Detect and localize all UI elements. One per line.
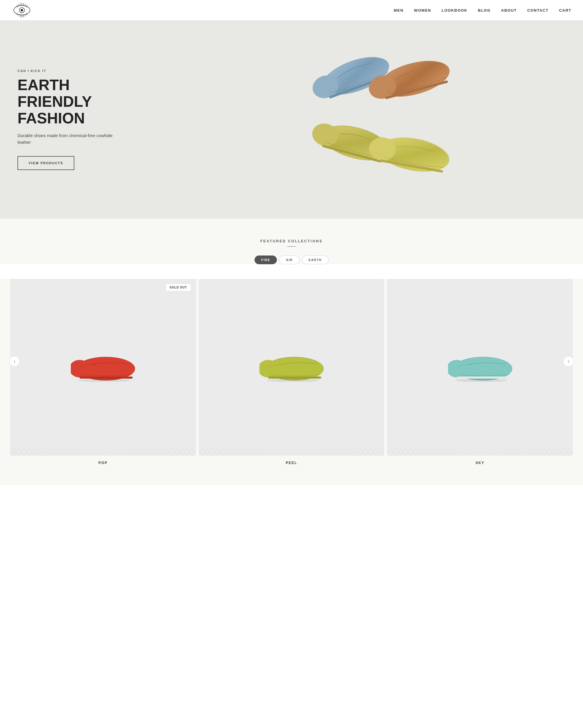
svg-point-36 <box>78 379 131 382</box>
products-grid: SOLD OUT POP <box>0 279 583 468</box>
carousel-prev-button[interactable]: ‹ <box>9 356 20 367</box>
hero-subtitle: Durable shoes made from chemical-free co… <box>18 132 117 146</box>
hero-shoes-illustration <box>309 38 478 201</box>
shoe-image-sky <box>448 353 512 382</box>
hero-content: CAN I KICK IT EARTH FRIENDLY FASHION Dur… <box>0 69 117 170</box>
products-section: ‹ SOLD OUT P <box>0 279 583 485</box>
nav-item-cart[interactable]: CART <box>559 7 571 13</box>
product-image-peel <box>199 279 385 456</box>
hero-image <box>204 20 583 219</box>
hero-title: EARTH FRIENDLY FASHION <box>18 77 117 127</box>
product-name-sky: SKY <box>386 456 574 468</box>
product-name-pop: POP <box>9 456 197 468</box>
product-image-pop: SOLD OUT <box>10 279 196 456</box>
nav-links: MEN WOMEN LOOKBOOK BLOG ABOUT CONTACT CA… <box>394 7 571 13</box>
carousel-next-button[interactable]: › <box>563 356 574 367</box>
svg-rect-43 <box>457 376 510 379</box>
featured-divider <box>287 246 296 247</box>
shoe-image-peel <box>259 353 324 382</box>
product-name-peel: PEEL <box>197 456 386 468</box>
shoe-image-pop <box>71 353 135 382</box>
svg-rect-39 <box>268 376 321 379</box>
product-card-peel[interactable]: PEEL <box>197 279 386 468</box>
nav-item-women[interactable]: WOMEN <box>414 7 431 13</box>
product-card-pop[interactable]: SOLD OUT POP <box>9 279 197 468</box>
logo[interactable] <box>12 2 32 18</box>
nav-item-about[interactable]: ABOUT <box>501 7 517 13</box>
collection-tabs: FIRE AIR EARTH <box>0 256 583 264</box>
svg-point-2 <box>21 9 23 11</box>
nav-item-contact[interactable]: CONTACT <box>527 7 549 13</box>
product-image-sky <box>387 279 573 456</box>
tab-earth[interactable]: EARTH <box>302 256 329 264</box>
tab-air[interactable]: AIR <box>279 256 299 264</box>
svg-point-44 <box>455 379 508 382</box>
featured-section: FEATURED COLLECTIONS FIRE AIR EARTH <box>0 219 583 264</box>
featured-title: FEATURED COLLECTIONS <box>0 239 583 243</box>
hero-section: CAN I KICK IT EARTH FRIENDLY FASHION Dur… <box>0 20 583 219</box>
svg-line-7 <box>23 3 24 5</box>
hero-cta-button[interactable]: VIEW PRODUCTS <box>18 156 74 170</box>
nav-item-blog[interactable]: BLOG <box>478 7 491 13</box>
svg-line-14 <box>23 15 24 17</box>
sold-out-badge: SOLD OUT <box>166 284 191 291</box>
nav-item-lookbook[interactable]: LOOKBOOK <box>442 7 468 13</box>
hero-eyebrow: CAN I KICK IT <box>18 69 117 73</box>
navigation: MEN WOMEN LOOKBOOK BLOG ABOUT CONTACT CA… <box>0 0 583 20</box>
svg-rect-35 <box>80 376 133 379</box>
tab-fire[interactable]: FIRE <box>254 256 277 264</box>
svg-point-40 <box>267 379 319 382</box>
nav-item-men[interactable]: MEN <box>394 7 404 13</box>
product-card-sky[interactable]: SKY <box>386 279 574 468</box>
logo-icon <box>12 2 32 18</box>
